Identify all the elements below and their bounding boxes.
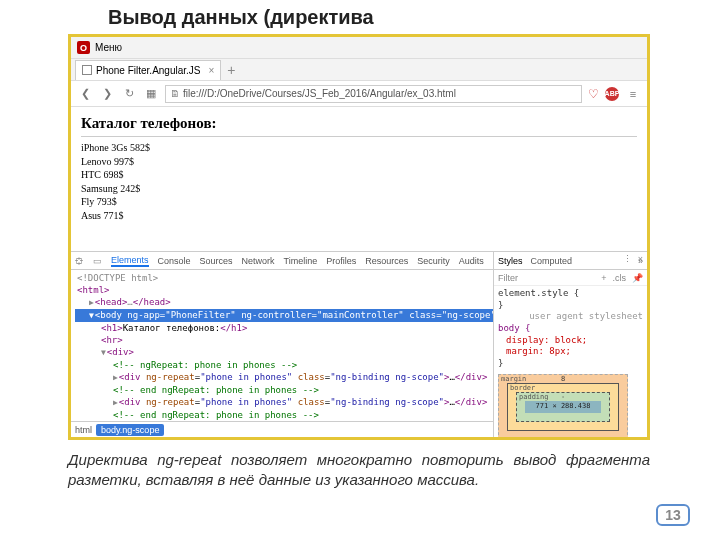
dom-line[interactable]: <h1>Каталог телефонов:</h1> xyxy=(75,322,493,334)
pin-icon[interactable]: 📌 xyxy=(632,273,643,283)
box-model: margin8 border padding- 771 × 288.438 xyxy=(498,374,628,437)
menu-icon[interactable]: ≡ xyxy=(625,86,641,102)
new-tab-button[interactable]: + xyxy=(221,60,241,80)
dom-line[interactable]: <!-- end ngRepeat: phone in phones --> xyxy=(75,384,493,396)
dom-line[interactable]: <hr> xyxy=(75,334,493,346)
slide-title: Вывод данных (директива xyxy=(108,6,374,29)
devtools-tab[interactable]: Profiles xyxy=(326,256,356,266)
list-item: HTC 698$ xyxy=(81,168,637,182)
tab-title: Phone Filter.Angular.JS xyxy=(96,65,201,76)
devtools-more-icon[interactable]: ⋮ xyxy=(623,254,632,264)
browser-tab[interactable]: Phone Filter.Angular.JS × xyxy=(75,60,221,80)
inspect-icon[interactable]: ⯐ xyxy=(75,256,84,266)
devtools-tab[interactable]: Network xyxy=(242,256,275,266)
page-content: Каталог телефонов: iPhone 3Gs 582$Lenovo… xyxy=(71,107,647,230)
element-style-rule[interactable]: element.style { xyxy=(498,288,643,300)
crumb-html[interactable]: html xyxy=(75,425,92,435)
browser-window: O Меню Phone Filter.Angular.JS × + ❮ ❯ ↻… xyxy=(68,34,650,440)
devtools-tab[interactable]: Security xyxy=(417,256,450,266)
dom-line[interactable]: <html> xyxy=(75,284,493,296)
styles-body: element.style { } user agent stylesheet … xyxy=(494,286,647,437)
styles-tab[interactable]: Computed xyxy=(531,256,573,266)
speed-dial-icon[interactable]: ▦ xyxy=(143,86,159,102)
opera-logo-icon: O xyxy=(77,41,90,54)
menu-label[interactable]: Меню xyxy=(95,42,122,53)
dom-line[interactable]: ▶<div ng-repeat="phone in phones" class=… xyxy=(75,396,493,409)
devtools-tab[interactable]: Sources xyxy=(200,256,233,266)
tab-bar: Phone Filter.Angular.JS × + xyxy=(71,59,647,81)
styles-panel: StylesComputed» Filter + .cls 📌 element.… xyxy=(493,252,647,437)
devtools-tab[interactable]: Audits xyxy=(459,256,484,266)
device-icon[interactable]: ▭ xyxy=(93,256,102,266)
dom-line[interactable]: ▶<head>…</head> xyxy=(75,296,493,309)
bookmark-icon[interactable]: ♡ xyxy=(588,87,599,101)
filter-input[interactable]: Filter xyxy=(498,273,595,283)
slide-caption: Директива ng-repeat позволяет многократн… xyxy=(68,450,650,489)
list-item: Asus 771$ xyxy=(81,209,637,223)
devtools-close-icon[interactable]: × xyxy=(638,254,643,264)
devtools-tabs: ⯐ ▭ ElementsConsoleSourcesNetworkTimelin… xyxy=(71,252,493,270)
dom-line[interactable]: ▶<div ng-repeat="phone in phones" class=… xyxy=(75,371,493,384)
list-item: iPhone 3Gs 582$ xyxy=(81,141,637,155)
dom-line[interactable]: <!DOCTYPE html> xyxy=(75,272,493,284)
back-button[interactable]: ❮ xyxy=(77,86,93,102)
cls-toggle[interactable]: .cls xyxy=(613,273,627,283)
page-number: 13 xyxy=(656,504,690,526)
styles-tab[interactable]: Styles xyxy=(498,256,523,266)
list-item: Lenovo 997$ xyxy=(81,155,637,169)
dom-line[interactable]: <!-- end ngRepeat: phone in phones --> xyxy=(75,409,493,421)
breadcrumb: html body.ng-scope xyxy=(71,421,493,437)
menu-bar: O Меню xyxy=(71,37,647,59)
forward-button[interactable]: ❯ xyxy=(99,86,115,102)
phone-list: iPhone 3Gs 582$Lenovo 997$HTC 698$Samsun… xyxy=(81,141,637,222)
page-icon xyxy=(82,65,92,75)
list-item: Samsung 242$ xyxy=(81,182,637,196)
devtools-tab[interactable]: Console xyxy=(158,256,191,266)
devtools-tab[interactable]: Elements xyxy=(111,255,149,267)
dom-line[interactable]: ▼<body ng-app="PhoneFilter" ng-controlle… xyxy=(75,309,493,322)
divider xyxy=(81,136,637,137)
devtools-tab[interactable]: Timeline xyxy=(284,256,318,266)
close-tab-icon[interactable]: × xyxy=(209,65,215,76)
devtools-tab[interactable]: Resources xyxy=(365,256,408,266)
dom-tree[interactable]: <!DOCTYPE html><html>▶<head>…</head>▼<bo… xyxy=(71,270,493,421)
url-bar: ❮ ❯ ↻ ▦ 🗎 file:///D:/OneDrive/Courses/JS… xyxy=(71,81,647,107)
dom-line[interactable]: <!-- ngRepeat: phone in phones --> xyxy=(75,359,493,371)
devtools-panel: ⯐ ▭ ElementsConsoleSourcesNetworkTimelin… xyxy=(71,251,647,437)
list-item: Fly 793$ xyxy=(81,195,637,209)
dom-line[interactable]: ▼<div> xyxy=(75,346,493,359)
ua-stylesheet-label: user agent stylesheet xyxy=(498,311,643,323)
add-rule-icon[interactable]: + xyxy=(601,273,606,283)
crumb-body[interactable]: body.ng-scope xyxy=(96,424,164,436)
file-scheme-icon: 🗎 xyxy=(170,88,180,99)
url-field[interactable]: 🗎 file:///D:/OneDrive/Courses/JS_Feb_201… xyxy=(165,85,582,103)
adblock-icon[interactable]: ABP xyxy=(605,87,619,101)
page-heading: Каталог телефонов: xyxy=(81,115,637,132)
keyword: ng-repeat xyxy=(157,451,221,468)
reload-button[interactable]: ↻ xyxy=(121,86,137,102)
